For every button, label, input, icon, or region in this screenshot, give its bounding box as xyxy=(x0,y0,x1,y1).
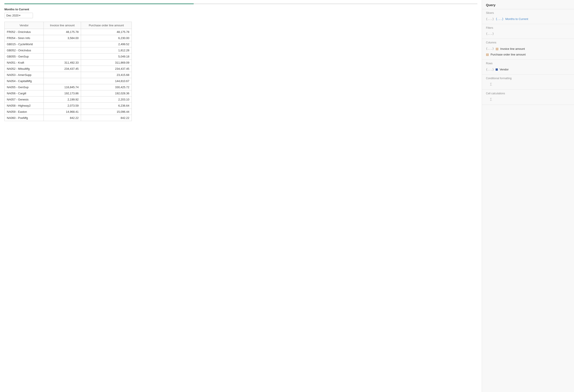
rows-content: {...} Vendor xyxy=(482,66,574,74)
cell-invoice: 842.22 xyxy=(43,115,81,121)
cell-po: 15,096.44 xyxy=(81,109,132,115)
curly-icon-row-vendor: {...} xyxy=(486,68,494,71)
cell-invoice xyxy=(43,78,81,84)
cell-invoice: 14,968.41 xyxy=(43,109,81,115)
cell-po: 48,175.78 xyxy=(81,29,132,35)
cell-po: 5,049.18 xyxy=(81,54,132,60)
cell-po: 2,203.10 xyxy=(81,96,132,103)
cell-invoice xyxy=(43,72,81,78)
conditional-formatting-section: Conditional formatting Σ xyxy=(482,75,574,90)
row-vendor-label: Vendor xyxy=(500,68,509,71)
cell-calculations-section: Cell calculations Σ xyxy=(482,90,574,105)
cell-invoice: 234,437.45 xyxy=(43,66,81,72)
cell-vendor: FR052 - OnicIndus xyxy=(5,29,44,35)
cell-invoice: 192,173.86 xyxy=(43,90,81,96)
square-icon-vendor xyxy=(496,68,498,71)
filters-content: {...} xyxy=(482,30,574,38)
col-header-invoice: Invoice line amount xyxy=(43,22,81,29)
rows-label: Rows xyxy=(482,60,574,66)
cell-po: 6,230.00 xyxy=(81,35,132,41)
cell-invoice: 2,199.92 xyxy=(43,96,81,103)
data-table: Vendor Invoice line amount Purchase orde… xyxy=(4,22,132,121)
table-row: NA055 - GenSup116,845.74330,425.72 xyxy=(5,84,132,90)
slicer-label: Months to Current xyxy=(4,8,477,11)
col-header-po: Purchase order line amount xyxy=(81,22,132,29)
table-row: NA052 - MitsuMfg234,437.45234,437.45 xyxy=(5,66,132,72)
progress-bar xyxy=(4,3,477,4)
cell-invoice: 3,584.00 xyxy=(43,35,81,41)
table-row: NA059 - Easton14,968.4115,096.44 xyxy=(5,109,132,115)
cell-invoice: 116,845.74 xyxy=(43,84,81,90)
table-row: NA053 - AmerSupp23,415.68 xyxy=(5,72,132,78)
column-item-invoice[interactable]: {...} ▤ Invoice line amount xyxy=(486,46,570,52)
filter-item-empty[interactable]: {...} xyxy=(486,31,570,37)
cell-vendor: GB055 - GenSup xyxy=(5,54,44,60)
slicer-dropdown[interactable]: Dec 2020 ▼ xyxy=(4,13,33,18)
table-row: NA054 - CapitalMfg144,810.67 xyxy=(5,78,132,84)
cell-vendor: NA056 - Cargill xyxy=(5,90,44,96)
table-row: NA060 - PoeMfg842.22842.22 xyxy=(5,115,132,121)
cell-calculations-label: Cell calculations xyxy=(482,90,574,96)
curly-icon-filter: {...} xyxy=(486,32,494,35)
table-row: NA056 - Cargill192,173.86192,028.36 xyxy=(5,90,132,96)
sigma-icon-cell: Σ xyxy=(486,97,570,102)
cell-invoice: 2,073.59 xyxy=(43,103,81,109)
slicer-item-months[interactable]: {...} {...} Months to Current xyxy=(486,16,570,22)
column-po-label: Purchase order line amount xyxy=(491,53,526,56)
table-row: FR054 - Siren Info3,584.006,230.00 xyxy=(5,35,132,41)
table-row: FR052 - OnicIndus48,175.7848,175.78 xyxy=(5,29,132,35)
table-row: NA057 - Genesis2,199.922,203.10 xyxy=(5,96,132,103)
cell-vendor: NA058 - Highway2 xyxy=(5,103,44,109)
cell-vendor: NA053 - AmerSupp xyxy=(5,72,44,78)
cell-invoice: 48,175.78 xyxy=(43,29,81,35)
slicer-months-label: Months to Current xyxy=(505,17,528,21)
table-row: GB015 - CycleWorld2,499.52 xyxy=(5,41,132,47)
cell-invoice: 311,492.33 xyxy=(43,60,81,66)
cell-po: 234,437.45 xyxy=(81,66,132,72)
cell-vendor: GB052 - OnicIndus xyxy=(5,47,44,54)
table-icon-po: ▤ xyxy=(486,53,489,56)
cell-po: 311,869.09 xyxy=(81,60,132,66)
query-panel-title: Query xyxy=(482,0,574,9)
slicers-section: Slicers {...} {...} Months to Current xyxy=(482,9,574,24)
table-row: GB055 - GenSup5,049.18 xyxy=(5,54,132,60)
cell-vendor: GB015 - CycleWorld xyxy=(5,41,44,47)
columns-label: Columns xyxy=(482,39,574,45)
cell-po: 842.22 xyxy=(81,115,132,121)
query-panel: Query Slicers {...} {...} Months to Curr… xyxy=(482,0,574,392)
cell-invoice xyxy=(43,54,81,60)
table-row: NA058 - Highway22,073.596,236.64 xyxy=(5,103,132,109)
cell-vendor: NA052 - MitsuMfg xyxy=(5,66,44,72)
column-invoice-label: Invoice line amount xyxy=(500,47,525,51)
cell-po: 144,810.67 xyxy=(81,78,132,84)
cell-vendor: NA060 - PoeMfg xyxy=(5,115,44,121)
filters-label: Filters xyxy=(482,24,574,30)
cell-vendor: FR054 - Siren Info xyxy=(5,35,44,41)
table-row: GB052 - OnicIndus1,812.28 xyxy=(5,47,132,54)
table-icon-invoice: ▤ xyxy=(496,47,498,51)
cell-invoice xyxy=(43,41,81,47)
cell-po: 2,499.52 xyxy=(81,41,132,47)
cell-po: 330,425.72 xyxy=(81,84,132,90)
cell-po: 6,236.64 xyxy=(81,103,132,109)
main-panel: Months to Current Dec 2020 ▼ Vendor Invo… xyxy=(0,0,482,392)
dropdown-arrow-icon: ▼ xyxy=(19,14,31,17)
cell-po: 192,028.36 xyxy=(81,90,132,96)
cell-vendor: NA054 - CapitalMfg xyxy=(5,78,44,84)
col-header-vendor: Vendor xyxy=(5,22,44,29)
slicers-label: Slicers xyxy=(482,9,574,15)
slicer-value: Dec 2020 xyxy=(6,14,19,17)
sigma-icon-conditional: Σ xyxy=(486,82,570,87)
cell-calculations-content: Σ xyxy=(482,96,574,105)
filters-section: Filters {...} xyxy=(482,24,574,39)
conditional-formatting-label: Conditional formatting xyxy=(482,75,574,81)
cell-vendor: NA051 - Kraft xyxy=(5,60,44,66)
slicers-content: {...} {...} Months to Current xyxy=(482,15,574,24)
cell-po: 23,415.68 xyxy=(81,72,132,78)
columns-section: Columns {...} ▤ Invoice line amount ▤ Pu… xyxy=(482,39,574,60)
cell-vendor: NA057 - Genesis xyxy=(5,96,44,103)
progress-bar-fill xyxy=(4,3,194,4)
conditional-formatting-content: Σ xyxy=(482,81,574,90)
column-item-po[interactable]: ▤ Purchase order line amount xyxy=(486,52,570,57)
row-item-vendor[interactable]: {...} Vendor xyxy=(486,67,570,72)
